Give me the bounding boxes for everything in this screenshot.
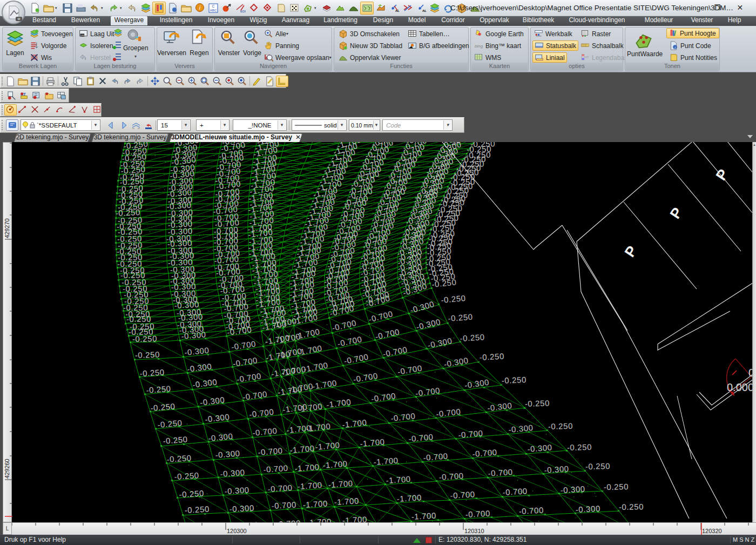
svg-text:-0.700: -0.700 [242,389,268,402]
svg-text:-1.700: -1.700 [326,397,352,409]
svg-text:-1.700: -1.700 [297,480,322,491]
svg-text:-0.300: -0.300 [575,504,600,514]
svg-text:-0.300: -0.300 [208,432,234,443]
svg-text:-0.300: -0.300 [560,484,585,495]
svg-text:-0.250: -0.250 [567,442,592,452]
svg-text:-0.300: -0.300 [186,361,212,374]
svg-text:-1.700: -1.700 [334,496,359,507]
svg-text:-0.300: -0.300 [464,378,490,390]
svg-text:-1.700: -1.700 [373,456,399,467]
svg-text:-0.300: -0.300 [224,485,249,496]
svg-text:-0.250: -0.250 [619,502,644,512]
svg-text:-0.700: -0.700 [408,432,434,443]
svg-text:-0.700: -0.700 [450,489,475,500]
svg-text:-0.300: -0.300 [220,468,245,479]
svg-text:-0.700: -0.700 [252,426,278,438]
svg-text:-0.250: -0.250 [135,350,160,360]
svg-text:-0.700: -0.700 [248,407,274,419]
svg-text:429270: 429270 [4,218,10,238]
svg-text:P: P [667,205,686,221]
svg-text:-1.700: -1.700 [386,474,411,485]
svg-text:C: C [212,4,214,8]
svg-text:-0.250: -0.250 [179,488,204,499]
svg-text:-1.700: -1.700 [342,418,368,429]
svg-text:-0.300: -0.300 [204,412,230,424]
svg-text:bing: bing [475,44,483,49]
svg-text:-0.250: -0.250 [174,470,199,481]
svg-text:-0.700: -0.700 [435,407,461,419]
svg-text:-0.700: -0.700 [423,451,448,462]
svg-text:-0.250: -0.250 [184,504,210,515]
svg-text:-1.700: -1.700 [342,515,367,522]
svg-text:M: M [18,17,21,21]
svg-text:-0.700: -0.700 [472,447,497,459]
svg-text:-0.250: -0.250 [525,398,550,408]
svg-text:-0.250: -0.250 [431,278,457,289]
svg-text:-0.250: -0.250 [548,421,573,431]
svg-text:-1.700: -1.700 [302,499,328,509]
svg-text:-1.700: -1.700 [289,443,315,455]
svg-text:-0.700: -0.700 [267,483,293,494]
svg-text:-0.300: -0.300 [181,329,206,341]
svg-text:EDIT: EDIT [240,10,246,13]
svg-text:-1.700: -1.700 [306,421,332,433]
svg-text:-0.250: -0.250 [448,312,473,323]
svg-text:-0.250: -0.250 [585,461,610,471]
svg-text:-0.700: -0.700 [353,371,379,384]
svg-text:-0.700: -0.700 [271,500,296,510]
svg-text:-0.700: -0.700 [258,446,283,457]
svg-text:-0.700: -0.700 [397,363,423,376]
svg-text:-0.250: -0.250 [441,293,466,305]
svg-text:-0.700: -0.700 [458,428,483,440]
svg-text:429260: 429260 [4,459,10,479]
svg-text:-1.700: -1.700 [303,360,329,374]
svg-text:P: P [622,243,640,260]
svg-text:-1.700: -1.700 [312,378,338,391]
svg-text:ABC: ABC [210,9,217,12]
svg-text:-1.700: -1.700 [288,381,314,394]
svg-text:-0.300: -0.300 [409,299,435,315]
svg-text:120300: 120300 [227,528,247,534]
svg-text:-0.700: -0.700 [370,391,396,403]
svg-text:HT: HT [585,56,589,59]
svg-text:120320: 120320 [702,528,722,534]
svg-text:-0.250: -0.250 [501,375,526,385]
svg-text:-0.700: -0.700 [367,309,394,324]
svg-text:-1.700: -1.700 [296,344,323,357]
svg-text:-0.300: -0.300 [192,377,218,389]
svg-text:-0.250: -0.250 [146,384,171,395]
svg-text:-0.700: -0.700 [415,386,441,398]
svg-text:0.000: 0.000 [727,381,754,393]
svg-text:-0.700: -0.700 [374,327,401,341]
svg-text:ALL: ALL [395,9,400,12]
svg-text:-1.700: -1.700 [306,517,332,522]
svg-text:-1.700: -1.700 [328,479,353,489]
svg-text:-0.250: -0.250 [150,401,176,413]
svg-text:-0.250: -0.250 [479,352,504,362]
svg-text:-0.250: -0.250 [460,332,485,343]
svg-text:-1.700: -1.700 [411,511,436,521]
svg-text:-0.700: -0.700 [343,352,369,366]
svg-text:-0.250: -0.250 [132,334,157,344]
svg-text:-0.300: -0.300 [544,464,569,475]
svg-text:-0.300: -0.300 [184,345,210,357]
svg-text:-0.700: -0.700 [331,318,357,333]
svg-text:OFF: OFF [80,34,85,37]
svg-text:-0.700: -0.700 [236,371,262,384]
svg-text:-1.700: -1.700 [396,493,422,503]
svg-text:-0.700: -0.700 [263,463,288,474]
svg-text:-0.250: -0.250 [157,418,183,429]
svg-text:-0.700: -0.700 [488,467,513,478]
svg-text:-0.700: -0.700 [438,471,464,482]
svg-text:-1.700: -1.700 [294,462,320,473]
svg-text:-0.700: -0.700 [275,519,301,522]
svg-text:-0.250: -0.250 [604,482,629,492]
svg-text:-1.700: -1.700 [360,437,385,448]
svg-text:-1.700: -1.700 [294,327,321,341]
svg-text:-0.700: -0.700 [518,506,544,516]
svg-text:-0.700: -0.700 [465,509,490,519]
svg-text:-0.700: -0.700 [502,486,528,497]
svg-text:-0.250: -0.250 [139,367,165,378]
svg-text:-1.700: -1.700 [322,459,348,470]
svg-text:120310: 120310 [464,528,484,534]
